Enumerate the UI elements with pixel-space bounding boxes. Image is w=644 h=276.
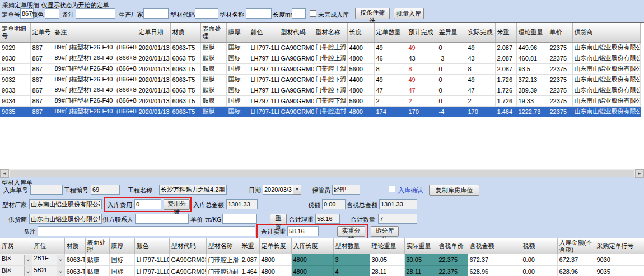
table-cell[interactable]: 门带腔上滑: [314, 42, 347, 53]
table-cell[interactable]: 867: [30, 42, 53, 53]
table-cell[interactable]: 山东南山铝业股份有限公司: [572, 42, 640, 53]
table-cell[interactable]: 贴膜: [200, 63, 226, 74]
table-cell[interactable]: 贴膜: [200, 95, 226, 106]
weight-share-button[interactable]: 实重分摊: [337, 226, 365, 237]
column-header[interactable]: 库位: [32, 238, 64, 254]
table-cell[interactable]: 30.05: [404, 254, 437, 266]
table-cell[interactable]: 174: [374, 106, 407, 117]
table-row[interactable]: 903486789#门框型材F26-F40（866+867）2020/01/13…: [0, 95, 640, 106]
table-cell[interactable]: ⌄B区: [0, 254, 32, 266]
table-cell[interactable]: 0: [437, 74, 466, 85]
table-cell[interactable]: 19.33: [516, 95, 548, 106]
table-cell[interactable]: 山东南山铝业股份有限公司: [572, 63, 640, 74]
column-header[interactable]: 定单长度: [259, 238, 291, 254]
table-cell[interactable]: 4800: [259, 254, 291, 266]
table-cell[interactable]: GA90GRM05: [279, 106, 314, 117]
table-cell[interactable]: 贴膜: [200, 42, 226, 53]
table-cell[interactable]: 2020/01/13: [137, 85, 170, 95]
table-cell[interactable]: 国标: [109, 254, 134, 266]
table-cell[interactable]: 4800: [347, 53, 374, 63]
column-header[interactable]: 库房: [0, 238, 32, 254]
table-cell[interactable]: 170: [466, 106, 495, 117]
fee-share-button[interactable]: 费用分摊: [164, 199, 190, 210]
column-header[interactable]: 长度: [347, 23, 374, 42]
table-row[interactable]: ⌄B区⌄2B1F6063-T5贴膜国标LH797-1LL0GA90GRM03门带…: [0, 254, 644, 266]
inbound-fee-input[interactable]: [134, 199, 161, 209]
table-cell[interactable]: 山东南山铝业股份有限公司: [572, 95, 640, 106]
horizontal-scrollbar[interactable]: ◄ ►: [0, 169, 644, 177]
table-cell[interactable]: 22375: [548, 63, 572, 74]
column-header[interactable]: 供货商: [572, 23, 640, 42]
column-header[interactable]: 实际完成: [466, 23, 495, 42]
table-cell[interactable]: 2: [407, 95, 437, 106]
column-header[interactable]: 型材名称: [206, 238, 240, 254]
table-cell[interactable]: 2: [374, 95, 407, 106]
table-cell[interactable]: 9035: [0, 106, 30, 117]
table-cell[interactable]: 389.39: [516, 85, 548, 95]
scroll-left-button[interactable]: ◄: [0, 169, 9, 178]
table-cell[interactable]: 5600: [347, 63, 374, 74]
column-header[interactable]: 定单数量: [374, 23, 407, 42]
table-cell[interactable]: 山东南山铝业股份有限公司: [572, 106, 640, 117]
table-cell[interactable]: LH797-1LL0: [249, 42, 279, 53]
table-cell[interactable]: 门带腔边封: [314, 106, 347, 117]
table-cell[interactable]: 372.13: [516, 74, 548, 85]
table-cell[interactable]: LH797-1LL0: [249, 106, 279, 117]
column-header[interactable]: 米重: [240, 238, 259, 254]
table-cell[interactable]: -4: [437, 106, 466, 117]
table-cell[interactable]: 28.11: [404, 266, 437, 276]
table-cell[interactable]: LH797-1LL0: [249, 53, 279, 63]
split-location-button[interactable]: 拆分库位: [371, 226, 399, 237]
chevron-down-icon[interactable]: ⌄: [57, 255, 64, 265]
table-cell[interactable]: 867: [30, 53, 53, 63]
table-cell[interactable]: 2020/01/13: [137, 53, 170, 63]
actual-weight-input[interactable]: [287, 226, 319, 236]
unfinished-checkbox[interactable]: [310, 10, 316, 17]
table-cell[interactable]: 8: [466, 63, 495, 74]
table-cell[interactable]: 6063-T5: [64, 254, 85, 266]
column-header[interactable]: 型材数量: [333, 238, 370, 254]
column-header[interactable]: 米重: [495, 23, 516, 42]
column-header[interactable]: 入库长度: [291, 238, 333, 254]
table-cell[interactable]: 22375: [548, 85, 572, 95]
table-cell[interactable]: 国标: [226, 42, 249, 53]
table-cell[interactable]: 89#门框型材F26-F40（866+867）: [53, 42, 137, 53]
total-qty-input[interactable]: [378, 214, 417, 224]
column-header[interactable]: 型材名称: [314, 23, 347, 42]
table-cell[interactable]: 22.375: [437, 254, 468, 266]
table-cell[interactable]: 1.726: [495, 85, 516, 95]
column-header[interactable]: 颜色: [249, 23, 279, 42]
column-header[interactable]: 颜色: [134, 238, 169, 254]
table-cell[interactable]: 6063-T5: [170, 42, 200, 53]
profile-code-filter-input[interactable]: [195, 8, 218, 19]
total-amount-input[interactable]: [226, 199, 258, 209]
table-cell[interactable]: LH797-1LL0: [249, 74, 279, 85]
column-header[interactable]: 备注: [53, 23, 137, 42]
date-input[interactable]: [263, 185, 293, 195]
table-cell[interactable]: 门带腔下滑: [314, 74, 347, 85]
table-cell[interactable]: 2.087: [240, 254, 259, 266]
table-cell[interactable]: 1.726: [495, 95, 516, 106]
table-cell[interactable]: 0: [437, 63, 466, 74]
table-cell[interactable]: 49: [407, 42, 437, 53]
scroll-right-button[interactable]: ►: [635, 169, 644, 178]
table-cell[interactable]: 8: [374, 63, 407, 74]
column-header[interactable]: 表面处理: [85, 238, 109, 254]
table-cell[interactable]: 2.087: [495, 53, 516, 63]
table-cell[interactable]: 22375: [548, 42, 572, 53]
filter-button[interactable]: 按条件筛选: [355, 8, 390, 19]
table-cell[interactable]: 8: [407, 63, 437, 74]
table-cell[interactable]: 47: [374, 85, 407, 95]
remark-filter-input[interactable]: [76, 8, 115, 19]
table-cell[interactable]: GA90GRM03: [279, 42, 314, 53]
table-cell[interactable]: 9029: [0, 42, 30, 53]
table-cell[interactable]: 门带腔边封: [206, 266, 240, 276]
table-row[interactable]: 903386789#门框型材F26-F40（866+867）2020/01/13…: [0, 85, 640, 95]
table-cell[interactable]: 6063-T5: [170, 106, 200, 117]
table-cell[interactable]: ⌄5B2F: [32, 266, 64, 276]
table-row[interactable]: 903186789#门框型材F26-F40（866+867）2020/01/13…: [0, 63, 640, 74]
table-cell[interactable]: 0: [437, 42, 466, 53]
table-cell[interactable]: 460.81: [516, 53, 548, 63]
table-cell[interactable]: 867: [30, 63, 53, 74]
table-cell[interactable]: 89#门框型材F26-F40（866+867）: [53, 106, 137, 117]
